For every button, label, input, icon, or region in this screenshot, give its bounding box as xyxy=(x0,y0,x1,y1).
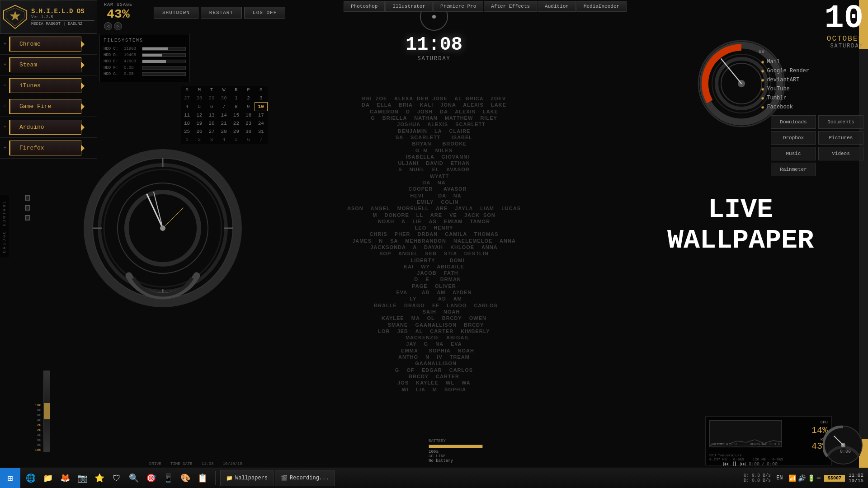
taskbar-icon-star[interactable]: ⭐ xyxy=(91,470,108,486)
taskbar-icon-phone[interactable]: 📱 xyxy=(160,470,176,486)
tray-icon-network[interactable]: 📶 xyxy=(788,474,796,482)
cal-day-2[interactable]: 2 xyxy=(242,94,255,103)
cal-day-10-today[interactable]: 10 xyxy=(255,103,267,111)
tray-icon-keyboard[interactable]: ⌨ xyxy=(817,474,821,482)
shortcut-premiere[interactable]: Premiere Pro xyxy=(433,1,483,12)
cal-day-20[interactable]: 20 xyxy=(205,119,217,127)
firefox-button[interactable]: Firefox xyxy=(9,141,81,155)
taskbar-app-recording[interactable]: 🎬 Recording... xyxy=(275,470,335,486)
taskbar-icon-windows[interactable]: 🌐 xyxy=(23,470,39,486)
stats-top-row: UPLOAD 0.0 B DOWNLOAD 0.0 B CPU 14% RAM … xyxy=(709,420,828,451)
cal-day-1b[interactable]: 1 xyxy=(181,136,193,144)
taskbar-icon-folder[interactable]: 📁 xyxy=(40,470,56,486)
sidebar-item-steam[interactable]: Steam xyxy=(0,55,97,75)
shutdown-button[interactable]: SHUTDOWN xyxy=(154,7,198,19)
cal-day-28b[interactable]: 28 xyxy=(218,127,230,136)
chrome-button[interactable]: Chrome xyxy=(9,37,81,52)
cal-day-18[interactable]: 18 xyxy=(181,119,193,127)
taskbar-icon-clip[interactable]: 📋 xyxy=(194,470,211,486)
cal-day-7[interactable]: 7 xyxy=(218,103,230,111)
cal-day-3b[interactable]: 3 xyxy=(205,136,217,144)
cal-day-15[interactable]: 15 xyxy=(230,111,242,120)
cal-day-31[interactable]: 31 xyxy=(255,127,267,136)
media-next-button[interactable]: ⏭ xyxy=(740,460,746,468)
shortcut-illustrator[interactable]: Illustrator xyxy=(385,1,433,12)
cal-day-16[interactable]: 16 xyxy=(242,111,255,120)
cal-day-6[interactable]: 6 xyxy=(205,103,217,111)
taskbar-icon-paint[interactable]: 🎨 xyxy=(177,470,193,486)
cal-day-13[interactable]: 13 xyxy=(205,111,217,120)
cal-day-9[interactable]: 9 xyxy=(242,103,255,111)
cal-day-1a[interactable]: 1 xyxy=(230,94,242,103)
ram-btn-right[interactable]: ▷ xyxy=(114,22,122,30)
cal-day-28a[interactable]: 28 xyxy=(193,94,205,103)
cal-day-3[interactable]: 3 xyxy=(255,94,267,103)
cal-day-29b[interactable]: 29 xyxy=(230,127,242,136)
folder-documents[interactable]: Documents xyxy=(818,115,863,129)
link-deviantart[interactable]: deviantART xyxy=(761,77,809,83)
start-button[interactable]: ⊞ xyxy=(0,468,20,488)
cal-day-11[interactable]: 11 xyxy=(181,111,193,120)
cal-day-26[interactable]: 26 xyxy=(193,127,205,136)
link-mail[interactable]: Mail xyxy=(761,59,809,65)
sidebar-item-firefox[interactable]: Firefox xyxy=(0,138,97,159)
sidebar-item-chrome[interactable]: Chrome xyxy=(0,34,97,55)
ram-btn-left[interactable]: ◁ xyxy=(104,22,112,30)
cal-day-4[interactable]: 4 xyxy=(181,103,193,111)
tray-icon-battery[interactable]: 🔋 xyxy=(807,474,815,482)
cal-day-2b[interactable]: 2 xyxy=(193,136,205,144)
gamefire-button[interactable]: Game Fire xyxy=(9,99,81,114)
taskbar-app-wallpapers[interactable]: 📁 Wallpapers xyxy=(220,470,274,486)
folder-rainmeter[interactable]: Rainmeter xyxy=(771,163,816,176)
cal-day-22[interactable]: 22 xyxy=(230,119,242,127)
cal-day-12[interactable]: 12 xyxy=(193,111,205,120)
cal-day-5b[interactable]: 5 xyxy=(230,136,242,144)
cal-day-23[interactable]: 23 xyxy=(242,119,255,127)
shortcut-mediaencoder[interactable]: MediaEncoder xyxy=(576,1,627,12)
folder-music[interactable]: Music xyxy=(771,147,816,160)
cal-day-21[interactable]: 21 xyxy=(218,119,230,127)
taskbar-icon-camera[interactable]: 📷 xyxy=(74,470,90,486)
taskbar-icon-firefox[interactable]: 🦊 xyxy=(57,470,73,486)
sidebar-item-gamefire[interactable]: Game Fire xyxy=(0,96,97,117)
cal-day-25[interactable]: 25 xyxy=(181,127,193,136)
cal-day-30a[interactable]: 30 xyxy=(218,94,230,103)
folder-pictures[interactable]: Pictures xyxy=(818,131,863,145)
taskbar-icon-shield[interactable]: 🛡 xyxy=(108,470,125,486)
steam-button[interactable]: Steam xyxy=(9,57,81,72)
sidebar-item-arduino[interactable]: Arduino xyxy=(0,117,97,138)
link-googlerender[interactable]: Google Render xyxy=(761,68,809,74)
folder-dropbox[interactable]: Dropbox xyxy=(771,131,816,145)
media-prev-button[interactable]: ⏮ xyxy=(723,460,729,468)
cal-day-19[interactable]: 19 xyxy=(193,119,205,127)
cal-day-24[interactable]: 24 xyxy=(255,119,267,127)
cal-day-17[interactable]: 17 xyxy=(255,111,267,120)
shortcut-aftereffects[interactable]: After Effects xyxy=(484,1,537,12)
link-tumblr[interactable]: Tumblr xyxy=(761,95,809,101)
cal-day-6b[interactable]: 6 xyxy=(242,136,255,144)
restart-button[interactable]: RESTART xyxy=(201,7,242,19)
link-youtube[interactable]: YouTube xyxy=(761,86,809,92)
folder-downloads[interactable]: Downloads xyxy=(771,115,816,129)
itunes-button[interactable]: iTunes xyxy=(9,78,81,93)
tray-icon-sound[interactable]: 🔊 xyxy=(798,474,806,482)
shortcut-audition[interactable]: Audition xyxy=(538,1,576,12)
cal-day-7b[interactable]: 7 xyxy=(255,136,267,144)
cal-day-4b[interactable]: 4 xyxy=(218,136,230,144)
cal-day-8[interactable]: 8 xyxy=(230,103,242,111)
logoff-button[interactable]: LOG OFF xyxy=(244,7,285,19)
sidebar-item-itunes[interactable]: iTunes xyxy=(0,75,97,96)
cal-day-14[interactable]: 14 xyxy=(218,111,230,120)
arduino-button[interactable]: Arduino xyxy=(9,120,81,135)
cal-day-5[interactable]: 5 xyxy=(193,103,205,111)
taskbar-icon-search[interactable]: 🔍 xyxy=(126,470,142,486)
taskbar-icon-target[interactable]: 🎯 xyxy=(143,470,159,486)
link-facebook[interactable]: Facebook xyxy=(761,104,809,110)
cal-day-27a[interactable]: 27 xyxy=(181,94,193,103)
cal-day-29a[interactable]: 29 xyxy=(205,94,217,103)
shortcut-photoshop[interactable]: Photoshop xyxy=(344,1,385,12)
cal-day-30b[interactable]: 30 xyxy=(242,127,255,136)
cal-day-27b[interactable]: 27 xyxy=(205,127,217,136)
folder-videos[interactable]: Videos xyxy=(818,147,863,160)
media-play-button[interactable]: ⏸ xyxy=(731,460,738,468)
